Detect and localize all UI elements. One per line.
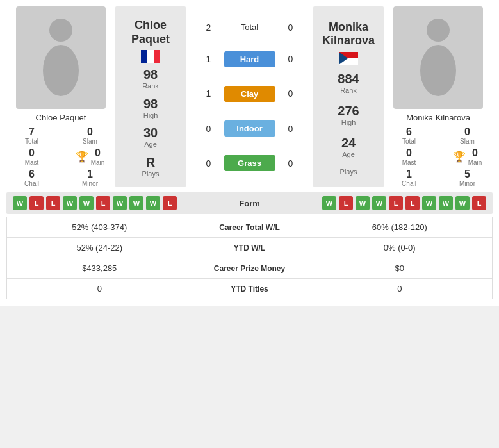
- stats-left-value: $433,285: [13, 263, 186, 273]
- court-grass-row: 0 Grass 0: [186, 155, 313, 171]
- form-badge: W: [63, 196, 77, 210]
- player2-rank-col: Monika Kilnarova 884 Rank 276 High 24 Ag…: [313, 6, 384, 187]
- player2-chall: 1 Chall: [384, 169, 434, 187]
- player1-age-box: 30 Age: [143, 123, 158, 151]
- player2-slam: 0 Slam: [442, 126, 493, 145]
- player2-name-top: Monika Kilnarova: [317, 21, 380, 48]
- player1-flag: [141, 50, 160, 63]
- court-total-label: Total: [224, 22, 275, 32]
- player1-name: Chloe Paquet: [36, 113, 86, 122]
- form-badge: L: [389, 196, 403, 210]
- stats-row: 0YTD Titles0: [7, 279, 492, 299]
- stats-right-value: 60% (182-120): [314, 222, 486, 232]
- stats-row: 52% (403-374)Career Total W/L60% (182-12…: [7, 217, 492, 238]
- player1-header: Chloe Paquet: [119, 13, 182, 63]
- form-badge: W: [113, 196, 127, 210]
- player1-rank-col: Chloe Paquet 98 Rank 98 High 30 Age: [115, 6, 186, 187]
- trophy-icon-2: 🏆: [453, 151, 466, 163]
- form-label: Form: [211, 199, 288, 208]
- stats-right-value: $0: [314, 263, 486, 273]
- player1-avatar: [16, 6, 106, 109]
- stats-row: 52% (24-22)YTD W/L0% (0-0): [7, 238, 492, 258]
- stats-center-label: YTD W/L: [186, 244, 314, 253]
- form-badge: L: [472, 196, 486, 210]
- form-badge: W: [146, 196, 160, 210]
- player1-name-top: Chloe Paquet: [119, 19, 182, 46]
- player2-minor: 5 Minor: [442, 169, 493, 187]
- svg-rect-4: [154, 50, 160, 63]
- player1-plays-box: R Plays: [142, 153, 160, 180]
- player2-trophy-main: 🏆 0 Main: [442, 147, 493, 166]
- stats-left-value: 52% (24-22): [13, 243, 186, 253]
- main-container: Chloe Paquet 7 Total 0 Slam 0 Mast 🏆: [0, 0, 499, 306]
- player2-avatar: [393, 6, 483, 109]
- player1-stats: 7 Total 0 Slam 0 Mast 🏆 0 Main: [6, 126, 115, 187]
- player2-high-box: 276 High: [338, 101, 359, 129]
- player2-name: Monika Kilnarova: [406, 113, 470, 122]
- player1-rank-box: 98 Rank: [142, 65, 159, 92]
- player2-age-box: 24 Age: [341, 133, 356, 161]
- stats-right-value: 0: [314, 284, 486, 294]
- player1-high-box: 98 High: [143, 94, 158, 122]
- form-badge: W: [79, 196, 94, 210]
- form-badge: W: [422, 196, 436, 210]
- form-badge: W: [322, 196, 336, 210]
- svg-point-0: [49, 19, 72, 42]
- stats-center-label: Career Prize Money: [186, 264, 314, 273]
- player2-rank-box: 884 Rank: [338, 69, 359, 97]
- form-badge: L: [29, 196, 44, 210]
- player2-plays-box: Plays: [340, 165, 357, 178]
- form-badge: W: [129, 196, 143, 210]
- form-badge: L: [339, 196, 353, 210]
- player1-slam: 0 Slam: [65, 126, 115, 145]
- svg-point-9: [420, 45, 456, 96]
- player2-mast: 0 Mast: [384, 147, 434, 166]
- player-comparison: Chloe Paquet 7 Total 0 Slam 0 Mast 🏆: [6, 6, 493, 187]
- player2-column: Monika Kilnarova 6 Total 0 Slam 0 Mast 🏆: [384, 6, 493, 187]
- player2-form: WLWWLLWWWL: [288, 196, 487, 210]
- trophy-icon-1: 🏆: [76, 151, 88, 163]
- form-badge: L: [405, 196, 420, 210]
- court-column: 2 Total 0 1 Hard 0 1 Clay 0 0 Indoor 0: [186, 6, 313, 187]
- form-badge: L: [96, 196, 110, 210]
- stats-right-value: 0% (0-0): [314, 243, 486, 253]
- court-indoor-badge: Indoor: [224, 120, 275, 137]
- stats-left-value: 0: [13, 284, 186, 294]
- player1-minor: 1 Minor: [65, 169, 115, 187]
- svg-point-1: [43, 45, 79, 96]
- form-section: WLLWWLWWWL Form WLWWLLWWWL: [6, 192, 493, 214]
- form-badge: L: [163, 196, 177, 210]
- stats-left-value: 52% (403-374): [13, 222, 186, 232]
- player2-flag: [339, 52, 358, 65]
- stats-center-label: Career Total W/L: [186, 223, 314, 232]
- court-grass-badge: Grass: [224, 155, 275, 171]
- svg-rect-2: [141, 50, 147, 63]
- svg-point-8: [427, 19, 450, 42]
- player1-form: WLLWWLWWWL: [13, 196, 211, 210]
- player2-stats: 6 Total 0 Slam 0 Mast 🏆 0 Main: [384, 126, 493, 187]
- form-badge: W: [356, 196, 370, 210]
- court-total-row: 2 Total 0: [186, 22, 313, 33]
- court-hard-row: 1 Hard 0: [186, 51, 313, 67]
- form-badge: W: [455, 196, 470, 210]
- court-clay-badge: Clay: [224, 86, 275, 102]
- stats-center-label: YTD Titles: [186, 285, 314, 294]
- player1-total: 7 Total: [6, 126, 57, 145]
- form-badge: L: [46, 196, 60, 210]
- player2-total: 6 Total: [384, 126, 434, 145]
- form-badge: W: [372, 196, 386, 210]
- player1-column: Chloe Paquet 7 Total 0 Slam 0 Mast 🏆: [6, 6, 115, 187]
- court-clay-row: 1 Clay 0: [186, 86, 313, 102]
- form-badge: W: [439, 196, 453, 210]
- court-indoor-row: 0 Indoor 0: [186, 120, 313, 137]
- stats-row: $433,285Career Prize Money$0: [7, 258, 492, 279]
- player1-mast: 0 Mast: [6, 147, 57, 166]
- player2-header: Monika Kilnarova: [317, 15, 380, 65]
- svg-rect-3: [147, 50, 154, 63]
- form-badge: W: [13, 196, 27, 210]
- court-hard-badge: Hard: [224, 51, 275, 67]
- player1-chall: 6 Chall: [6, 169, 57, 187]
- bottom-stats: 52% (403-374)Career Total W/L60% (182-12…: [6, 217, 493, 299]
- player1-trophy-main: 🏆 0 Main: [65, 147, 115, 166]
